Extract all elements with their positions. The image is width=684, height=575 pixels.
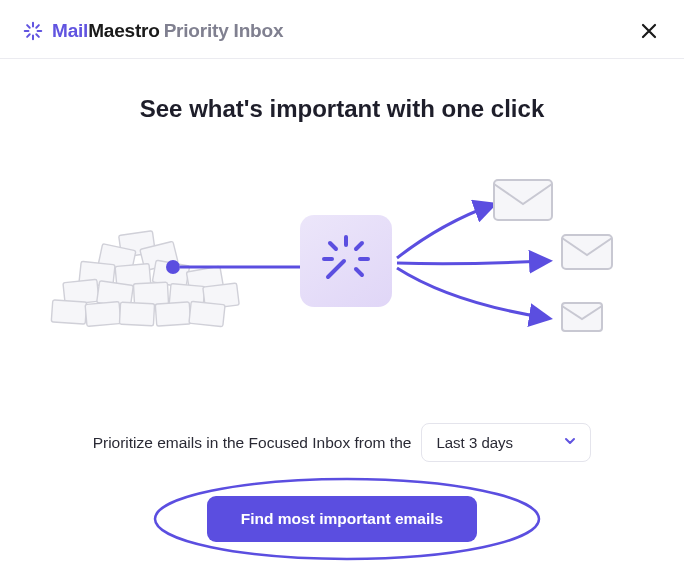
brand: MailMaestroPriority Inbox [22,20,283,42]
illustration [40,183,644,343]
svg-line-21 [356,269,362,275]
svg-rect-15 [155,302,190,326]
brand-mail: Mail [52,20,88,41]
svg-rect-25 [494,180,552,220]
brand-maestro: Maestro [88,20,159,41]
svg-rect-27 [562,303,602,331]
header: MailMaestroPriority Inbox [0,0,684,59]
brand-sub: Priority Inbox [164,20,284,41]
envelope-icon [492,178,554,226]
svg-line-24 [328,261,344,277]
prioritize-controls: Prioritize emails in the Focused Inbox f… [40,423,644,462]
connector-line-icon [165,257,315,281]
svg-point-17 [166,260,180,274]
chevron-down-icon [562,433,578,452]
svg-rect-16 [189,301,225,326]
envelope-icon [560,301,604,337]
svg-rect-13 [85,302,121,327]
cta-wrap: Find most important emails [207,496,477,542]
envelope-icon [560,233,614,275]
svg-line-19 [356,243,362,249]
brand-text: MailMaestroPriority Inbox [52,20,283,42]
magic-wand-box [300,215,392,307]
svg-rect-9 [133,282,168,306]
svg-rect-12 [51,300,86,324]
content: See what's important with one click [0,59,684,572]
time-range-dropdown[interactable]: Last 3 days [421,423,591,462]
page-title: See what's important with one click [40,95,644,123]
mail-pile-icon [50,223,250,347]
dropdown-selected: Last 3 days [436,434,513,451]
close-icon [640,22,658,40]
prioritize-label: Prioritize emails in the Focused Inbox f… [93,434,412,452]
svg-rect-26 [562,235,612,269]
find-important-emails-button[interactable]: Find most important emails [207,496,477,542]
svg-rect-14 [119,302,154,326]
svg-line-22 [330,243,336,249]
close-button[interactable] [636,18,662,44]
magic-wand-icon [318,231,374,291]
sparkle-wand-icon [22,20,44,42]
